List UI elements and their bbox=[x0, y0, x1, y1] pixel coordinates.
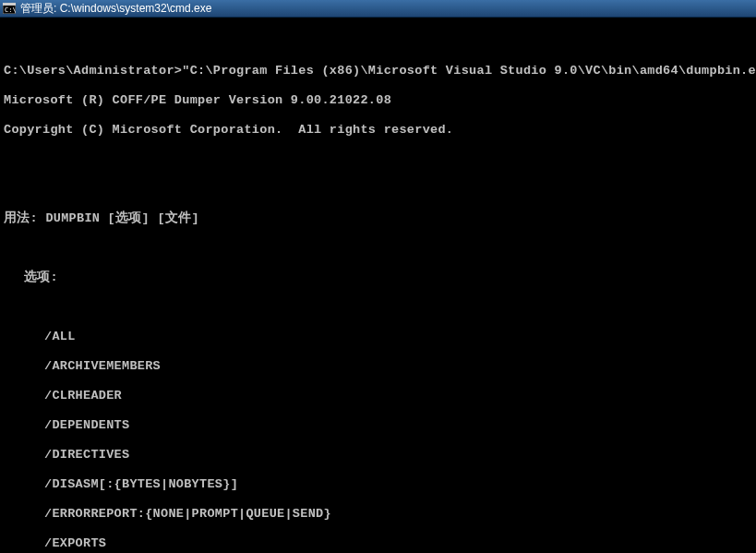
terminal-copyright-line: Copyright (C) Microsoft Corporation. All… bbox=[4, 123, 752, 138]
terminal-prompt-command: C:\Users\Administrator>"C:\Program Files… bbox=[4, 64, 752, 78]
terminal-line bbox=[4, 182, 752, 197]
svg-text:C:\: C:\ bbox=[5, 6, 16, 14]
terminal-header-line: Microsoft (R) COFF/PE Dumper Version 9.0… bbox=[4, 93, 752, 108]
terminal-usage-line: 用法: DUMPBIN [选项] [文件] bbox=[4, 211, 752, 226]
terminal-line bbox=[4, 34, 752, 49]
terminal-line bbox=[4, 152, 752, 167]
terminal-line bbox=[4, 241, 752, 256]
terminal-output[interactable]: C:\Users\Administrator>"C:\Program Files… bbox=[0, 18, 756, 553]
terminal-option-line: /EXPORTS bbox=[4, 536, 752, 551]
terminal-option-line: /DEPENDENTS bbox=[4, 418, 752, 433]
cmd-icon: C:\ bbox=[2, 2, 17, 15]
terminal-options-header: 选项: bbox=[4, 270, 752, 285]
svg-rect-1 bbox=[3, 3, 16, 6]
terminal-option-line: /DISASM[:{BYTES|NOBYTES}] bbox=[4, 477, 752, 492]
terminal-option-line: /ALL bbox=[4, 330, 752, 344]
terminal-option-line: /ERRORREPORT:{NONE|PROMPT|QUEUE|SEND} bbox=[4, 507, 752, 522]
window-title: 管理员: C:\windows\system32\cmd.exe bbox=[20, 1, 211, 17]
window-titlebar: C:\ 管理员: C:\windows\system32\cmd.exe bbox=[0, 0, 756, 18]
terminal-option-line: /ARCHIVEMEMBERS bbox=[4, 359, 752, 374]
terminal-line bbox=[4, 300, 752, 315]
terminal-option-line: /CLRHEADER bbox=[4, 389, 752, 403]
terminal-option-line: /DIRECTIVES bbox=[4, 448, 752, 463]
